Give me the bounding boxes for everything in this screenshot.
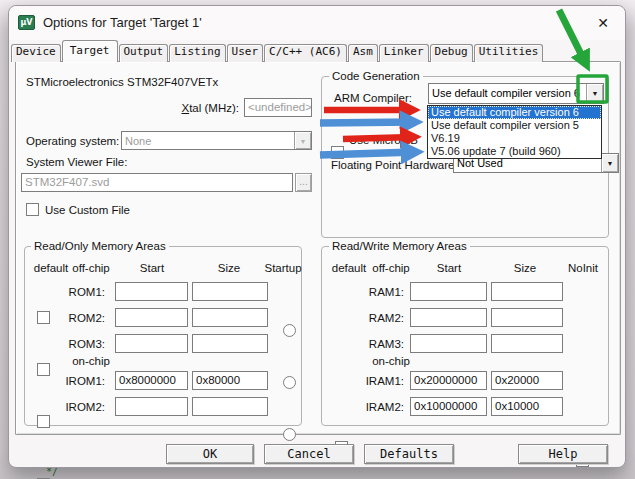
iram2-start-input[interactable]: 0x10000000 (410, 397, 487, 416)
ram-header-noinit: NoInit (568, 262, 598, 274)
ram-onchip-label: on-chip (372, 355, 410, 367)
iram1-start-input[interactable]: 0x20000000 (410, 371, 487, 390)
tab-debug[interactable]: Debug (430, 44, 473, 62)
rom1-start-input[interactable] (115, 282, 188, 301)
rom3-startup-radio[interactable] (283, 428, 296, 441)
tab-cpp-ac6[interactable]: C/C++ (AC6) (264, 44, 347, 62)
tab-strip: Device Target Output Listing User C/C++ … (11, 40, 543, 62)
tab-listing[interactable]: Listing (169, 44, 225, 62)
rom2-startup-radio[interactable] (283, 376, 296, 389)
tab-linker[interactable]: Linker (379, 44, 429, 62)
tab-output[interactable]: Output (119, 44, 169, 62)
help-button[interactable]: Help (518, 444, 608, 464)
iram2-label: IRAM2: (348, 401, 404, 413)
options-for-target-dialog: µV Options for Target 'Target 1' ✕ Devic… (8, 5, 626, 468)
rom-header-size: Size (218, 262, 240, 274)
ram-header-start: Start (437, 262, 461, 274)
use-custom-file-label: Use Custom File (45, 204, 130, 216)
operating-system-select[interactable]: None ▼ (121, 131, 312, 150)
ram1-start-input[interactable] (410, 282, 487, 301)
rom1-startup-radio[interactable] (283, 324, 296, 337)
arm-compiler-dropdown-list: Use default compiler version 6 Use defau… (427, 105, 602, 159)
dropdown-option-v6-19[interactable]: V6.19 (428, 132, 601, 145)
ram3-start-input[interactable] (410, 334, 487, 353)
ram3-size-input[interactable] (491, 334, 563, 353)
ram-header-size: Size (514, 262, 536, 274)
dropdown-option-default-v5[interactable]: Use default compiler version 5 (428, 119, 601, 132)
ram1-label: RAM1: (348, 286, 404, 298)
chevron-down-icon[interactable]: ▼ (601, 154, 618, 172)
tab-target[interactable]: Target (62, 40, 118, 62)
browse-svd-button[interactable]: ... (295, 173, 312, 192)
ram-header-default: default (332, 262, 367, 274)
operating-system-value: None (122, 132, 294, 149)
rom3-start-input[interactable] (115, 334, 188, 353)
rom-header-default: default (34, 262, 69, 274)
read-write-memory-group-label: Read/Write Memory Areas (329, 240, 470, 252)
ram3-label: RAM3: (348, 338, 404, 350)
chevron-down-icon[interactable]: ▼ (586, 84, 603, 103)
irom2-start-input[interactable] (115, 397, 188, 416)
use-microlib-label: Use MicroLIB (349, 134, 418, 146)
rom-onchip-label: on-chip (72, 355, 110, 367)
ok-button[interactable]: OK (166, 444, 254, 464)
rom-header-offchip: off-chip (72, 262, 110, 274)
xtal-input[interactable]: <undefined> (244, 98, 312, 117)
operating-system-label: Operating system: (26, 135, 119, 147)
svd-file-input[interactable]: STM32F407.svd (21, 173, 293, 192)
iram1-size-input[interactable]: 0x20000 (491, 371, 563, 390)
tab-utilities[interactable]: Utilities (474, 44, 544, 62)
irom1-start-input[interactable]: 0x8000000 (115, 371, 188, 390)
irom1-size-input[interactable]: 0x80000 (192, 371, 268, 390)
use-microlib-checkbox[interactable] (331, 146, 344, 159)
tab-user[interactable]: User (227, 44, 264, 62)
dropdown-option-default-v6[interactable]: Use default compiler version 6 (428, 106, 601, 119)
uvision-app-icon: µV (18, 15, 35, 30)
read-only-memory-group-label: Read/Only Memory Areas (31, 240, 169, 252)
rom2-label: ROM2: (49, 312, 105, 324)
rom2-start-input[interactable] (115, 308, 188, 327)
rom3-size-input[interactable] (192, 334, 268, 353)
rom1-label: ROM1: (49, 286, 105, 298)
cancel-button[interactable]: Cancel (264, 444, 354, 464)
chevron-down-icon: ▼ (294, 132, 311, 149)
irom2-size-input[interactable] (192, 397, 268, 416)
irom1-label: IROM1: (49, 375, 105, 387)
arm-compiler-select[interactable]: Use default compiler version 6 ▼ (428, 83, 604, 104)
use-custom-file-checkbox[interactable] (26, 203, 39, 216)
ram2-label: RAM2: (348, 312, 404, 324)
rom3-default-checkbox[interactable] (37, 415, 50, 428)
close-icon[interactable]: ✕ (593, 14, 613, 34)
floating-point-hardware-label: Floating Point Hardware: (331, 159, 458, 171)
system-viewer-file-label: System Viewer File: (26, 156, 127, 168)
rom-header-start: Start (140, 262, 164, 274)
title-bar: µV Options for Target 'Target 1' ✕ (9, 6, 625, 40)
tab-device[interactable]: Device (11, 44, 61, 62)
irom2-label: IROM2: (49, 401, 105, 413)
dialog-title: Options for Target 'Target 1' (43, 15, 202, 30)
device-name-label: STMicroelectronics STM32F407VETx (26, 76, 218, 88)
code-generation-group-label: Code Generation (329, 70, 423, 82)
xtal-accesskey: X (181, 102, 189, 114)
iram2-size-input[interactable]: 0x10000 (491, 397, 563, 416)
ram2-size-input[interactable] (491, 308, 563, 327)
rom3-label: ROM3: (49, 338, 105, 350)
xtal-label: Xtal (MHz): (108, 102, 239, 114)
arm-compiler-label: ARM Compiler: (334, 92, 412, 104)
arm-compiler-value: Use default compiler version 6 (429, 84, 586, 103)
defaults-button[interactable]: Defaults (364, 444, 454, 464)
ram-header-offchip: off-chip (372, 262, 410, 274)
dropdown-option-v5-06[interactable]: V5.06 update 7 (build 960) (428, 145, 601, 158)
rom-header-startup: Startup (264, 262, 301, 274)
ram1-size-input[interactable] (491, 282, 563, 301)
rom1-size-input[interactable] (192, 282, 268, 301)
tab-asm[interactable]: Asm (348, 44, 378, 62)
ram2-start-input[interactable] (410, 308, 487, 327)
rom2-size-input[interactable] (192, 308, 268, 327)
iram1-label: IRAM1: (348, 375, 404, 387)
xtal-label-rest: tal (MHz): (189, 102, 239, 114)
